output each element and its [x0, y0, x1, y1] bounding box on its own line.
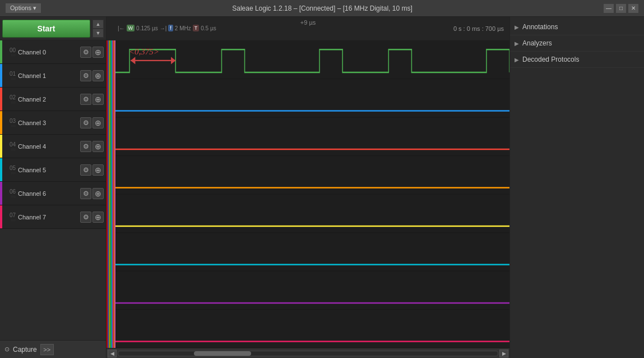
channel-3-gear-button[interactable]: ⚙ — [80, 117, 91, 128]
channel-6-gear-button[interactable]: ⚙ — [80, 188, 91, 199]
channel-0-color-bar — [0, 40, 2, 63]
main-layout: Start ▲ ▼ 00:::::Channel 0⚙⊕01:::::Chann… — [0, 17, 644, 358]
channel-6-num: 06::::: — [2, 189, 16, 198]
scrollbar-thumb[interactable] — [194, 351, 251, 356]
channel-row-3: 03:::::Channel 3⚙⊕ — [0, 111, 106, 135]
channel-row-5: 05:::::Channel 5⚙⊕ — [0, 158, 106, 182]
left-panel: Start ▲ ▼ 00:::::Channel 0⚙⊕01:::::Chann… — [0, 17, 106, 358]
scrollbar-area: ◀ ▶ — [106, 348, 509, 358]
channel-row-6: 06:::::Channel 6⚙⊕ — [0, 182, 106, 205]
scrollbar-track[interactable] — [118, 351, 498, 356]
channel-3-num: 03::::: — [2, 118, 16, 127]
channel-7-num: 07::::: — [2, 213, 16, 222]
marker-w: W — [127, 25, 135, 31]
channel-row-7: 07:::::Channel 7⚙⊕ — [0, 205, 106, 229]
right-section-2: ▶Decoded Protocols — [510, 52, 644, 68]
window-controls: — □ ✕ — [604, 4, 638, 13]
center-panel: +9 µs |← W 0.125 µs →| f 2 MHz T 0.5 µs … — [106, 17, 509, 358]
channel-7-plus-button[interactable]: ⊕ — [92, 212, 104, 223]
channel-2-num: 02::::: — [2, 95, 16, 104]
marker-i: f — [168, 25, 173, 31]
options-button[interactable]: Options ▾ — [6, 3, 41, 13]
channel-7-gear-button[interactable]: ⚙ — [80, 212, 91, 223]
channel-0-plus-button[interactable]: ⊕ — [92, 47, 104, 58]
right-section-2-header[interactable]: ▶Decoded Protocols — [510, 52, 644, 67]
channel-row-0: 00:::::Channel 0⚙⊕ — [0, 40, 106, 64]
channel-6-name: Channel 6 — [18, 190, 80, 197]
right-panel: ▶Annotations▶Analyzers▶Decoded Protocols — [509, 17, 644, 358]
maximize-button[interactable]: □ — [616, 4, 626, 13]
scroll-arrows: ▲ ▼ — [92, 20, 104, 38]
channel-2-name: Channel 2 — [18, 96, 80, 103]
right-section-1-title: Analyzers — [522, 39, 552, 47]
channel-1-name: Channel 1 — [18, 72, 80, 79]
channel-5-num: 05::::: — [2, 166, 16, 175]
right-section-0: ▶Annotations — [510, 19, 644, 35]
capture-expand-button[interactable]: >> — [40, 344, 54, 355]
channel-4-gear-button[interactable]: ⚙ — [80, 141, 91, 152]
channel-2-color-bar — [0, 88, 2, 111]
channel-3-name: Channel 3 — [18, 120, 80, 126]
title-bar: Options ▾ Saleae Logic 1.2.18 – [Connect… — [0, 0, 644, 17]
channel-1-plus-button[interactable]: ⊕ — [92, 70, 104, 81]
channel-5-gear-button[interactable]: ⚙ — [80, 164, 91, 176]
channel-2-gear-button[interactable]: ⚙ — [80, 94, 91, 105]
waveform-area[interactable]: <0,375> — [106, 40, 509, 348]
channel-5-name: Channel 5 — [18, 167, 80, 173]
markers-area: |← W 0.125 µs →| f 2 MHz T 0.5 µs — [118, 25, 216, 31]
minimize-button[interactable]: — — [604, 4, 614, 13]
channel-6-color-bar — [0, 182, 2, 205]
offset-label: +9 µs — [300, 19, 316, 26]
right-section-1: ▶Analyzers — [510, 35, 644, 52]
channel-5-color-bar — [0, 158, 2, 181]
right-section-0-header[interactable]: ▶Annotations — [510, 19, 644, 35]
capture-bar: ⊙ Capture >> — [0, 340, 106, 358]
right-section-0-title: Annotations — [522, 23, 558, 31]
close-button[interactable]: ✕ — [628, 4, 638, 13]
start-button[interactable]: Start — [2, 20, 90, 38]
waveform-header: +9 µs |← W 0.125 µs →| f 2 MHz T 0.5 µs … — [106, 17, 509, 40]
channel-row-4: 04:::::Channel 4⚙⊕ — [0, 135, 106, 158]
channel-4-color-bar — [0, 135, 2, 158]
cursor-pink — [114, 40, 115, 348]
marker-t: T — [193, 25, 200, 31]
right-section-1-arrow-icon: ▶ — [515, 40, 519, 47]
svg-marker-16 — [131, 57, 135, 64]
period-label: 0.5 µs — [201, 25, 216, 31]
scroll-left-button[interactable]: ◀ — [108, 350, 117, 357]
freq-label: 2 MHz — [175, 25, 191, 31]
svg-marker-17 — [171, 57, 175, 64]
channel-1-gear-button[interactable]: ⚙ — [80, 70, 91, 81]
channel-3-color-bar — [0, 111, 2, 134]
channel-row-1: 01:::::Channel 1⚙⊕ — [0, 64, 106, 88]
channel-7-color-bar — [0, 205, 2, 228]
channel-1-num: 01::::: — [2, 71, 16, 80]
measure-label: 0.125 µs — [136, 25, 158, 31]
channel-7-name: Channel 7 — [18, 214, 80, 221]
options-label: Options ▾ — [10, 4, 36, 12]
right-section-2-title: Decoded Protocols — [522, 56, 579, 63]
capture-label: Capture — [13, 346, 37, 354]
channel-1-color-bar — [0, 64, 2, 87]
channel-4-num: 04::::: — [2, 142, 16, 151]
channel-0-num: 00::::: — [2, 48, 16, 57]
scroll-up-arrow[interactable]: ▲ — [92, 20, 104, 29]
channel-list: 00:::::Channel 0⚙⊕01:::::Channel 1⚙⊕02::… — [0, 40, 106, 340]
channel-0-gear-button[interactable]: ⚙ — [80, 47, 91, 58]
capture-icon: ⊙ — [4, 346, 10, 353]
start-area: Start ▲ ▼ — [0, 17, 106, 40]
right-section-2-arrow-icon: ▶ — [515, 57, 519, 63]
scroll-down-arrow[interactable]: ▼ — [92, 29, 104, 38]
right-section-0-arrow-icon: ▶ — [515, 24, 519, 30]
channel-2-plus-button[interactable]: ⊕ — [92, 94, 104, 105]
waveform-svg — [106, 40, 509, 348]
channel-5-plus-button[interactable]: ⊕ — [92, 164, 104, 176]
scroll-right-button[interactable]: ▶ — [499, 350, 508, 357]
channel-4-name: Channel 4 — [18, 143, 80, 150]
window-title: Saleae Logic 1.2.18 – [Connected] – [16 … — [41, 4, 604, 12]
channel-4-plus-button[interactable]: ⊕ — [92, 141, 104, 152]
channel-6-plus-button[interactable]: ⊕ — [92, 188, 104, 199]
right-section-1-header[interactable]: ▶Analyzers — [510, 35, 644, 51]
channel-3-plus-button[interactable]: ⊕ — [92, 117, 104, 128]
channel-row-2: 02:::::Channel 2⚙⊕ — [0, 88, 106, 111]
